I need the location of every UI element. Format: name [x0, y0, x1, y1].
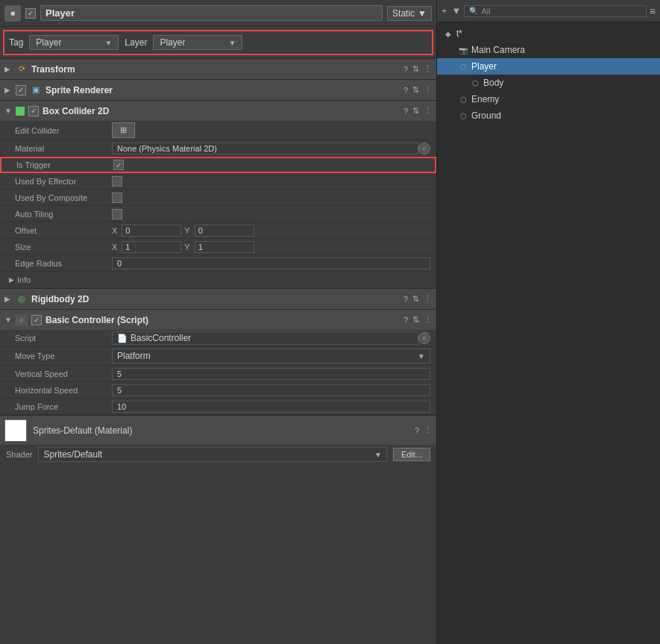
- material-menu-icon[interactable]: ⋮: [424, 425, 432, 435]
- body-gameobj-icon: ⬡: [470, 78, 480, 88]
- material-preview-swatch: [4, 419, 27, 442]
- rigidbody-title: Rigidbody 2D: [31, 294, 400, 304]
- horizontal-speed-field[interactable]: 5: [112, 384, 430, 396]
- object-name-field[interactable]: Player: [40, 5, 383, 21]
- material-value: None (Physics Material 2D): [112, 143, 418, 154]
- used-by-composite-checkbox[interactable]: [112, 193, 122, 203]
- hierarchy-items: ◆ t* 📷 Main Camera ⬡ Player ⬡ Body ⬡ Ene…: [437, 22, 660, 127]
- auto-tiling-checkbox[interactable]: [112, 209, 122, 219]
- box-collider-expand-icon: ▼: [4, 107, 12, 115]
- hierarchy-item-ground[interactable]: ⬡ Ground: [437, 107, 660, 124]
- edge-radius-row: Edge Radius 0: [0, 255, 436, 272]
- edge-radius-field[interactable]: 0: [112, 257, 430, 269]
- hierarchy-item-player[interactable]: ⬡ Player: [437, 58, 660, 75]
- jump-force-field[interactable]: 10: [112, 401, 430, 413]
- hierarchy-item-enemy[interactable]: ⬡ Enemy: [437, 91, 660, 107]
- offset-label: Offset: [15, 226, 112, 235]
- size-y-label: Y: [184, 243, 189, 251]
- basic-controller-header[interactable]: ▼ # ✓ Basic Controller (Script) ? ⇅ ⋮: [0, 309, 436, 330]
- hierarchy-panel: + ▼ 🔍 All ≡ ◆ t* 📷 Main Camera ⬡ Player: [436, 0, 660, 644]
- edit-collider-label: Edit Collider: [15, 126, 112, 135]
- offset-y-field[interactable]: 0: [195, 225, 254, 237]
- script-value: BasicController: [131, 333, 191, 343]
- script-row: Script 📄 BasicController ○: [0, 330, 436, 347]
- size-y-field[interactable]: 1: [195, 241, 254, 253]
- auto-tiling-label: Auto Tiling: [15, 210, 112, 219]
- transform-title: Transform: [31, 64, 400, 75]
- basic-controller-help-icon[interactable]: ?: [403, 316, 408, 325]
- sprite-renderer-expand-icon: ▶: [4, 86, 12, 94]
- offset-x-field[interactable]: 0: [122, 225, 181, 237]
- box-collider-title: Box Collider 2D: [43, 106, 400, 116]
- hierarchy-dropdown-button[interactable]: ▼: [452, 5, 462, 16]
- hierarchy-search-bar[interactable]: 🔍 All: [464, 5, 646, 17]
- size-label: Size: [15, 243, 112, 251]
- rigidbody-help-icon[interactable]: ?: [403, 295, 408, 304]
- sprite-renderer-header[interactable]: ▶ ✓ ▣ Sprite Renderer ? ⇅ ⋮: [0, 79, 436, 100]
- shader-dropdown[interactable]: Sprites/Default ▼: [38, 447, 386, 462]
- sprite-renderer-help-icon[interactable]: ?: [403, 86, 408, 95]
- transform-header[interactable]: ▶ ⟳ Transform ? ⇅ ⋮: [0, 58, 436, 79]
- hierarchy-add-button[interactable]: +: [441, 5, 447, 16]
- transform-menu-icon[interactable]: ⋮: [424, 64, 432, 74]
- material-label: Material: [15, 144, 112, 153]
- used-by-composite-row: Used By Composite: [0, 190, 436, 206]
- basic-controller-settings-icon[interactable]: ⇅: [412, 315, 419, 325]
- scene-icon: ◆: [443, 28, 453, 39]
- ground-name: Ground: [471, 110, 501, 121]
- sprite-renderer-checkbox[interactable]: ✓: [16, 85, 26, 96]
- tag-dropdown[interactable]: Player ▼: [29, 35, 119, 50]
- inspector-panel: ■ ✓ Player Static ▼ Tag Player ▼ Layer P…: [0, 0, 436, 644]
- vertical-speed-field[interactable]: 5: [112, 368, 430, 380]
- rigidbody-header[interactable]: ▶ ◎ Rigidbody 2D ? ⇅ ⋮: [0, 288, 436, 309]
- sprite-renderer-menu-icon[interactable]: ⋮: [424, 85, 432, 95]
- transform-settings-icon[interactable]: ⇅: [412, 64, 419, 74]
- move-type-dropdown[interactable]: Platform ▼: [112, 348, 430, 363]
- jump-force-label: Jump Force: [15, 402, 112, 411]
- script-selector-button[interactable]: ○: [418, 332, 430, 344]
- shader-value: Sprites/Default: [43, 449, 102, 460]
- hierarchy-more-button[interactable]: ≡: [650, 5, 656, 17]
- info-row[interactable]: ▶ Info: [0, 272, 436, 288]
- material-section: Sprites-Default (Material) ? ⋮: [0, 415, 436, 445]
- move-type-row: Move Type Platform ▼: [0, 347, 436, 366]
- transform-help-icon[interactable]: ?: [403, 65, 408, 74]
- layer-label: Layer: [125, 37, 147, 48]
- size-row: Size X 1 Y 1: [0, 239, 436, 255]
- size-x-field[interactable]: 1: [122, 241, 181, 253]
- material-row: Material None (Physics Material 2D) ○: [0, 140, 436, 157]
- size-x-label: X: [112, 243, 117, 251]
- box-collider-settings-icon[interactable]: ⇅: [412, 106, 419, 116]
- active-checkbox[interactable]: ✓: [25, 8, 36, 19]
- edit-collider-btn-icon: ⊞: [120, 125, 127, 135]
- box-collider-help-icon[interactable]: ?: [403, 107, 408, 116]
- material-help-icon[interactable]: ?: [415, 426, 419, 435]
- basic-controller-checkbox[interactable]: ✓: [31, 315, 42, 325]
- rigidbody-menu-icon[interactable]: ⋮: [424, 294, 432, 304]
- material-section-title: Sprites-Default (Material): [33, 425, 409, 436]
- edit-collider-button[interactable]: ⊞: [112, 122, 135, 138]
- rigidbody-settings-icon[interactable]: ⇅: [412, 294, 419, 304]
- box-collider-checkbox[interactable]: ✓: [28, 106, 39, 116]
- camera-icon: 📷: [458, 45, 468, 55]
- basic-controller-menu-icon[interactable]: ⋮: [424, 315, 432, 325]
- ground-gameobj-icon: ⬡: [458, 110, 468, 121]
- hierarchy-item-main-camera[interactable]: 📷 Main Camera: [437, 42, 660, 58]
- material-selector-button[interactable]: ○: [418, 143, 430, 154]
- hierarchy-item-scene[interactable]: ◆ t*: [437, 25, 660, 42]
- is-trigger-checkbox[interactable]: ✓: [113, 160, 124, 170]
- sprite-renderer-settings-icon[interactable]: ⇅: [412, 85, 419, 95]
- used-by-effector-checkbox[interactable]: [112, 176, 122, 187]
- shader-edit-button[interactable]: Edit...: [393, 448, 430, 461]
- box-collider-menu-icon[interactable]: ⋮: [424, 106, 432, 116]
- script-field[interactable]: 📄 BasicController: [112, 331, 418, 345]
- box-collider-header[interactable]: ▼ ✓ Box Collider 2D ? ⇅ ⋮: [0, 100, 436, 121]
- move-type-value: Platform: [117, 351, 151, 361]
- title-bar: ■ ✓ Player Static ▼: [0, 0, 436, 27]
- jump-force-row: Jump Force 10: [0, 398, 436, 415]
- layer-arrow: ▼: [228, 39, 236, 47]
- layer-dropdown[interactable]: Player ▼: [153, 35, 242, 50]
- static-dropdown[interactable]: Static ▼: [387, 6, 432, 21]
- hierarchy-item-body[interactable]: ⬡ Body: [437, 75, 660, 91]
- auto-tiling-row: Auto Tiling: [0, 206, 436, 222]
